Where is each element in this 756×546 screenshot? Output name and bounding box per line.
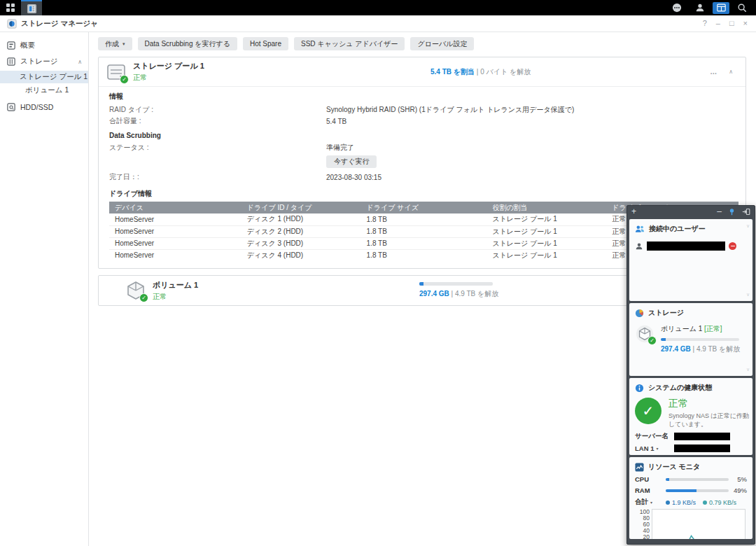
scrub-status-label: ステータス : (109, 143, 326, 153)
cell-role: ストレージ プール 1 (486, 249, 606, 261)
storage-section-icon (7, 57, 15, 66)
resource-monitor-icon (635, 463, 644, 472)
chart-plot-area (652, 509, 746, 539)
sidebar-item-label: ボリューム 1 (25, 85, 69, 95)
taskbar (0, 0, 756, 15)
apps-grid-icon (6, 4, 15, 12)
health-info-icon (635, 384, 644, 393)
notifications-button[interactable] (666, 0, 687, 15)
scrub-status-value: 準備完了 (326, 143, 354, 153)
chevron-up-icon[interactable]: ∧ (78, 59, 82, 65)
cell-role: ストレージ プール 1 (486, 214, 606, 225)
pin-icon[interactable] (728, 208, 736, 216)
network-total-row: 合計 ▾ 1.9 KB/s 0.79 KB/s (635, 498, 747, 507)
cell-role: ストレージ プール 1 (486, 225, 606, 237)
minimize-button[interactable]: – (716, 20, 720, 27)
done-date-value: 2023-08-30 03:15 (326, 174, 382, 181)
sidebar-item-storage-pool-1[interactable]: ストレージ プール 1 (0, 71, 88, 83)
storage-widget-volume-row[interactable]: ✓ ボリューム 1 [正常] 297.4 GB | 4.9 TB を解放 (635, 324, 747, 354)
collapse-panel-button[interactable]: – (717, 206, 722, 216)
col-drive-id[interactable]: ドライブ ID / タイプ (241, 202, 361, 214)
hdd-icon (7, 103, 15, 111)
search-button[interactable] (732, 0, 752, 15)
scroll-up-hint[interactable]: ∨ (746, 223, 750, 229)
chart-y-axis: 100 80 60 40 20 0 (635, 509, 652, 539)
health-status: 正常 (668, 398, 751, 410)
sidebar-item-label: ストレージ (20, 57, 57, 66)
connected-users-header: 接続中のユーザー (635, 224, 747, 234)
run-data-scrubbing-button[interactable]: Data Scrubbing を実行する (138, 37, 237, 50)
users-icon (635, 225, 645, 233)
network-total-label[interactable]: 合計 ▾ (635, 498, 666, 507)
ram-bar-fill (666, 489, 696, 492)
scroll-down-hint[interactable]: ∨ (746, 292, 750, 298)
cell-drive-size: 1.8 TB (361, 225, 487, 237)
redacted-username (647, 241, 725, 251)
widgets-panel-button[interactable] (713, 2, 729, 14)
storage-widget: ストレージ ✓ ボリューム 1 [正常] 297.4 GB | (629, 303, 752, 376)
cell-device: HomeServer (109, 237, 241, 249)
volume-usage-fill (419, 282, 424, 286)
overview-icon (7, 41, 15, 50)
window-app-icon (7, 19, 17, 29)
sidebar-item-volume-1[interactable]: ボリューム 1 (0, 84, 88, 97)
ram-value: 49% (734, 486, 747, 494)
cpu-bar-fill (666, 478, 669, 481)
add-widget-button[interactable]: + (631, 206, 636, 216)
cpu-value: 5% (737, 475, 747, 483)
y-tick: 20 (643, 534, 650, 539)
col-drive-size[interactable]: ドライブ サイズ (361, 202, 487, 214)
col-device[interactable]: デバイス (109, 202, 241, 214)
connected-users-title: 接続中のユーザー (649, 224, 706, 234)
window-controls: ? – □ × (703, 20, 748, 27)
volume-title: ボリューム 1 (153, 280, 198, 290)
window-title: ストレージ マネージャ (21, 19, 98, 29)
storage-pool-title: ストレージ プール 1 (133, 61, 430, 71)
search-icon (737, 3, 747, 13)
more-menu-icon[interactable]: … (710, 68, 718, 76)
col-role[interactable]: 役割の割当 (486, 202, 606, 214)
global-settings-button[interactable]: グローバル設定 (410, 37, 474, 50)
widget-volume-usage-text: 297.4 GB | 4.9 TB を解放 (661, 344, 740, 354)
widget-panel-actions: – (717, 206, 750, 216)
legend-dot (703, 500, 707, 505)
storage-widget-title: ストレージ (648, 308, 684, 318)
main-menu-button[interactable] (0, 0, 21, 15)
run-now-button[interactable]: 今すぐ実行 (326, 155, 377, 168)
system-health-header: システムの健康状態 (635, 383, 747, 393)
network-total-label-text: 合計 (635, 498, 648, 507)
cell-drive-id: ディスク 1 (HDD) (241, 214, 361, 225)
maximize-button[interactable]: □ (729, 20, 734, 27)
pool-header-actions: … ∧ (710, 68, 738, 76)
widgets-icon (717, 4, 726, 12)
raid-type-label: RAID タイプ : (109, 105, 326, 115)
ssd-cache-advisor-button[interactable]: SSD キャッシュ アドバイザー (294, 37, 405, 50)
cell-drive-id: ディスク 2 (HDD) (241, 225, 361, 237)
hot-spare-button[interactable]: Hot Spare (243, 37, 288, 50)
volume-titleblock: ボリューム 1 正常 (153, 280, 198, 302)
raid-type-value: Synology Hybrid RAID (SHR) (1ドライブ フォルト ト… (326, 105, 574, 115)
lan-label[interactable]: LAN 1 ▾ (635, 444, 671, 452)
disconnect-user-button[interactable] (729, 242, 736, 250)
sidebar-item-overview[interactable]: 概要 (0, 38, 88, 52)
redacted-server-name (674, 433, 730, 440)
collapse-icon[interactable]: ∧ (729, 69, 733, 75)
create-button[interactable]: 作成 ▾ (98, 37, 132, 50)
scroll-down-hint[interactable]: ∨ (746, 367, 750, 372)
widget-volume-free: 4.9 TB を解放 (696, 345, 740, 353)
connected-user-row[interactable] (635, 241, 747, 251)
sidebar-item-storage[interactable]: ストレージ ∧ (0, 55, 88, 69)
storage-pool-icon: ✓ (106, 62, 127, 83)
sidebar-item-hdd-ssd[interactable]: HDD/SSD (0, 100, 88, 114)
cell-drive-id: ディスク 4 (HDD) (241, 249, 361, 261)
ram-row: RAM 49% (635, 486, 747, 494)
chat-icon (672, 3, 682, 13)
dock-panel-icon[interactable] (742, 208, 750, 216)
help-button[interactable]: ? (703, 20, 707, 27)
storage-pool-header: ✓ ストレージ プール 1 正常 5.4 TB を割当 | 0 バイト を解放 … (99, 57, 746, 87)
storage-manager-app-tab[interactable] (21, 0, 42, 15)
separator: | (693, 345, 695, 353)
close-button[interactable]: × (743, 20, 748, 27)
user-menu-button[interactable] (690, 0, 710, 15)
legend-download-value: 0.79 KB/s (709, 499, 736, 506)
